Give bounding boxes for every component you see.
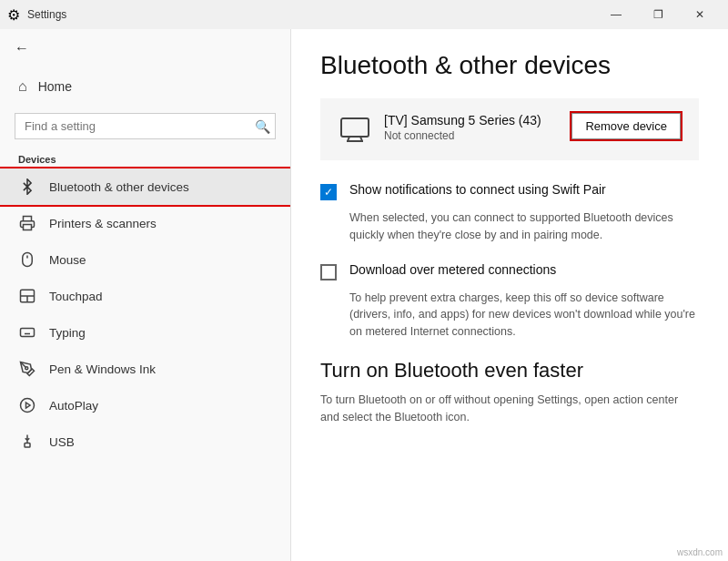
mouse-icon xyxy=(18,250,36,269)
search-input[interactable] xyxy=(15,113,276,139)
sidebar-search: 🔍 xyxy=(15,113,276,139)
swift-pair-description: When selected, you can connect to suppor… xyxy=(349,209,699,244)
close-button[interactable]: ✕ xyxy=(679,0,721,29)
device-status: Not connected xyxy=(384,129,541,142)
device-info: [TV] Samsung 5 Series (43) Not connected xyxy=(339,113,541,146)
svg-rect-6 xyxy=(21,329,35,337)
device-card: [TV] Samsung 5 Series (43) Not connected… xyxy=(320,98,699,160)
sidebar-item-bluetooth[interactable]: Bluetooth & other devices xyxy=(0,168,290,205)
svg-rect-15 xyxy=(25,444,30,448)
svg-rect-0 xyxy=(24,225,32,230)
home-icon xyxy=(18,78,27,95)
metered-option: Download over metered connections xyxy=(320,262,699,280)
svg-marker-14 xyxy=(26,403,31,408)
sidebar: ← Home 🔍 Devices Bluetooth & other devic… xyxy=(0,29,291,561)
metered-label: Download over metered connections xyxy=(349,262,556,277)
mouse-label: Mouse xyxy=(49,253,86,267)
svg-rect-17 xyxy=(341,118,369,137)
titlebar-left: ⚙ Settings xyxy=(7,6,66,24)
sidebar-item-usb[interactable]: USB xyxy=(0,423,290,460)
pen-label: Pen & Windows Ink xyxy=(49,362,156,376)
sidebar-item-printers[interactable]: Printers & scanners xyxy=(0,205,290,241)
sidebar-item-mouse[interactable]: Mouse xyxy=(0,241,290,278)
page-title: Bluetooth & other devices xyxy=(320,51,699,80)
pen-icon xyxy=(18,360,36,378)
back-button[interactable]: ← xyxy=(0,29,290,67)
home-label: Home xyxy=(38,79,72,94)
typing-icon xyxy=(18,323,36,342)
restore-button[interactable]: ❐ xyxy=(637,0,679,29)
sidebar-item-touchpad[interactable]: Touchpad xyxy=(0,278,290,314)
sidebar-item-autoplay[interactable]: AutoPlay xyxy=(0,387,290,423)
usb-icon xyxy=(18,433,36,451)
faster-section-description: To turn Bluetooth on or off without open… xyxy=(320,392,699,426)
usb-label: USB xyxy=(49,435,75,449)
swift-pair-option: ✓ Show notifications to connect using Sw… xyxy=(320,182,699,200)
swift-pair-label: Show notifications to connect using Swif… xyxy=(349,182,606,197)
sidebar-item-typing[interactable]: Typing xyxy=(0,314,290,351)
touchpad-icon xyxy=(18,287,36,305)
sidebar-section-devices: Devices xyxy=(0,147,290,168)
printer-icon xyxy=(18,214,36,232)
remove-device-button[interactable]: Remove device xyxy=(571,113,681,139)
typing-label: Typing xyxy=(49,326,86,340)
svg-point-12 xyxy=(25,367,28,370)
tv-icon xyxy=(339,113,371,146)
autoplay-icon xyxy=(18,396,36,414)
sidebar-item-pen[interactable]: Pen & Windows Ink xyxy=(0,351,290,387)
svg-rect-1 xyxy=(23,253,33,267)
content-area: Bluetooth & other devices [TV] Samsung 5… xyxy=(291,29,728,561)
bluetooth-icon xyxy=(18,178,36,196)
device-name: [TV] Samsung 5 Series (43) xyxy=(384,113,541,128)
faster-section-title: Turn on Bluetooth even faster xyxy=(320,359,699,382)
metered-checkbox[interactable] xyxy=(320,264,337,280)
svg-point-13 xyxy=(21,399,35,413)
metered-description: To help prevent extra charges, keep this… xyxy=(349,290,699,341)
swift-pair-checkbox[interactable]: ✓ xyxy=(320,184,337,200)
touchpad-label: Touchpad xyxy=(49,290,103,303)
titlebar-title: Settings xyxy=(27,8,66,21)
back-arrow-icon: ← xyxy=(15,40,29,56)
printers-label: Printers & scanners xyxy=(49,217,157,230)
settings-icon: ⚙ xyxy=(7,6,20,24)
search-icon-button[interactable]: 🔍 xyxy=(255,119,270,134)
bluetooth-label: Bluetooth & other devices xyxy=(49,180,189,194)
app-body: ← Home 🔍 Devices Bluetooth & other devic… xyxy=(0,29,728,561)
titlebar: ⚙ Settings — ❐ ✕ xyxy=(0,0,728,29)
autoplay-label: AutoPlay xyxy=(49,399,98,413)
titlebar-controls: — ❐ ✕ xyxy=(595,0,721,29)
sidebar-item-home[interactable]: Home xyxy=(0,67,290,106)
minimize-button[interactable]: — xyxy=(595,0,637,29)
device-text: [TV] Samsung 5 Series (43) Not connected xyxy=(384,113,541,142)
